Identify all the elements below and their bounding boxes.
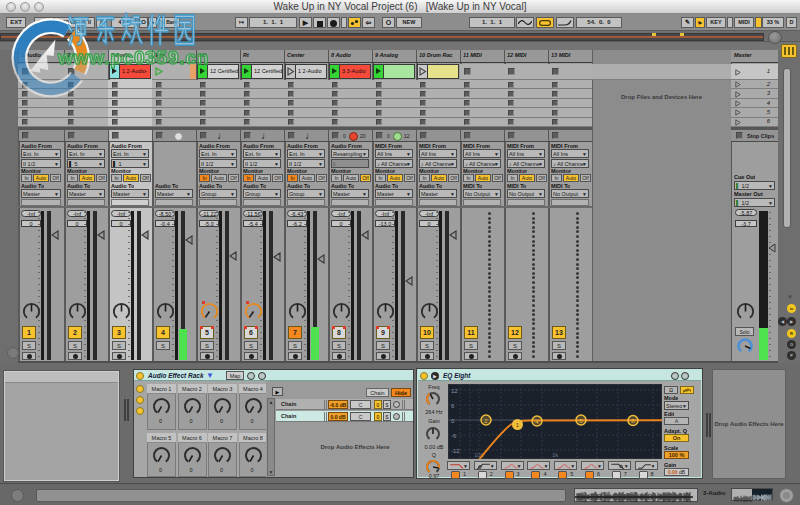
svg-text:1k: 1k bbox=[552, 452, 559, 458]
svg-text:12: 12 bbox=[451, 388, 458, 394]
svg-text:-6: -6 bbox=[451, 433, 457, 439]
svg-text:-12: -12 bbox=[451, 448, 460, 454]
